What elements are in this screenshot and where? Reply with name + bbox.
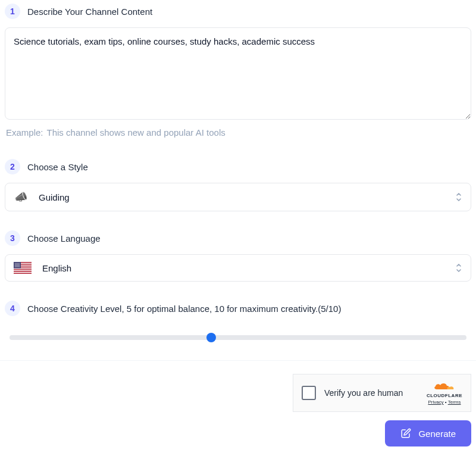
divider <box>0 360 476 361</box>
svg-rect-4 <box>14 268 32 270</box>
step-title-1: Describe Your Channel Content <box>27 7 152 17</box>
svg-point-28 <box>17 267 17 267</box>
svg-point-22 <box>15 266 15 266</box>
svg-point-26 <box>14 267 15 267</box>
terms-link[interactable]: Terms <box>448 399 461 405</box>
edit-icon <box>400 428 411 439</box>
svg-point-21 <box>19 265 20 266</box>
captcha-widget[interactable]: Verify you are human CLOUDFLARE Privacy … <box>293 374 471 412</box>
svg-rect-6 <box>14 272 32 273</box>
section-describe: 1 Describe Your Channel Content Example:… <box>0 4 476 140</box>
cloudflare-name: CLOUDFLARE <box>427 393 462 398</box>
step-badge-1: 1 <box>5 4 20 19</box>
captcha-checkbox[interactable] <box>302 386 316 400</box>
cloudflare-links: Privacy • Terms <box>428 399 461 405</box>
svg-point-24 <box>17 266 18 266</box>
cloudflare-icon <box>433 381 456 392</box>
svg-point-14 <box>16 264 17 264</box>
language-select-label: English <box>42 263 71 273</box>
step-badge-2: 2 <box>5 159 20 174</box>
megaphone-icon: 📣 <box>14 191 28 204</box>
example-text: This channel shows new and popular AI to… <box>47 127 226 138</box>
svg-point-12 <box>19 263 20 263</box>
step-title-2: Choose a Style <box>27 162 88 172</box>
svg-point-23 <box>16 266 17 266</box>
step-header-4: 4 Choose Creativity Level, 5 for optimal… <box>5 301 471 316</box>
step-header-1: 1 Describe Your Channel Content <box>5 4 471 19</box>
footer: Verify you are human CLOUDFLARE Privacy … <box>0 374 476 452</box>
generate-button[interactable]: Generate <box>385 420 471 446</box>
privacy-link[interactable]: Privacy <box>428 399 443 405</box>
svg-point-29 <box>18 267 18 267</box>
captcha-label: Verify you are human <box>324 388 418 398</box>
section-style: 2 Choose a Style 📣 Guiding <box>0 159 476 211</box>
svg-point-20 <box>18 265 18 266</box>
creativity-slider[interactable] <box>5 335 471 340</box>
step-badge-3: 3 <box>5 230 20 246</box>
example-hint: Example: This channel shows new and popu… <box>5 121 471 140</box>
section-creativity: 4 Choose Creativity Level, 5 for optimal… <box>0 301 476 340</box>
example-prefix: Example: <box>6 127 43 138</box>
channel-content-input[interactable] <box>5 27 471 120</box>
svg-point-17 <box>14 265 15 266</box>
svg-point-19 <box>17 265 17 266</box>
slider-thumb[interactable] <box>206 333 216 342</box>
svg-point-25 <box>18 266 19 266</box>
style-select-label: Guiding <box>39 192 70 202</box>
svg-point-8 <box>14 263 15 263</box>
svg-point-18 <box>15 265 16 266</box>
svg-point-9 <box>15 263 16 263</box>
svg-point-27 <box>15 267 16 267</box>
svg-point-13 <box>15 264 15 264</box>
us-flag-icon <box>14 262 32 274</box>
slider-track <box>10 335 466 340</box>
step-header-3: 3 Choose Language <box>5 230 471 246</box>
language-select[interactable]: English <box>5 254 471 282</box>
step-title-4: Choose Creativity Level, 5 for optimal b… <box>27 304 341 314</box>
svg-point-30 <box>19 267 20 267</box>
svg-point-11 <box>18 263 18 263</box>
svg-rect-5 <box>14 270 32 271</box>
generate-button-label: Generate <box>418 429 456 439</box>
step-badge-4: 4 <box>5 301 20 316</box>
captcha-brand: CLOUDFLARE Privacy • Terms <box>427 381 462 405</box>
step-header-2: 2 Choose a Style <box>5 159 471 174</box>
svg-point-10 <box>17 263 17 263</box>
chevron-sort-icon <box>455 263 462 273</box>
section-language: 3 Choose Language <box>0 230 476 282</box>
svg-point-16 <box>18 264 19 264</box>
chevron-sort-icon <box>455 192 462 202</box>
svg-point-15 <box>17 264 18 264</box>
step-title-3: Choose Language <box>27 233 101 243</box>
style-select[interactable]: 📣 Guiding <box>5 183 471 211</box>
